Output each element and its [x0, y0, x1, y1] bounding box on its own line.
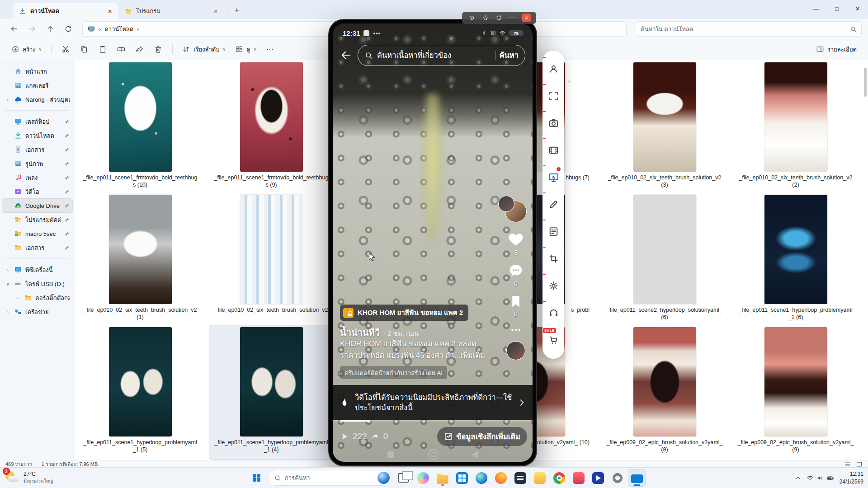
insights-tip-banner[interactable]: วิดีโอที่ได้รับความนิยมมีประสิทธิภาพที่ด… — [333, 385, 533, 420]
hidden-icons-chevron[interactable] — [794, 474, 802, 482]
creator-avatar[interactable] — [506, 341, 525, 360]
notes-icon[interactable] — [544, 218, 562, 245]
sidebar-item[interactable]: Google Drive (G:) — [2, 199, 72, 212]
sidebar-item[interactable]: เอกสาร — [2, 143, 72, 156]
back-arrow-icon[interactable] — [340, 49, 352, 61]
back-button[interactable] — [6, 22, 22, 36]
scrollbar[interactable] — [864, 68, 867, 97]
sidebar-item[interactable]: หน้าแรก — [2, 65, 72, 78]
sidebar-item[interactable]: เพลง — [2, 171, 72, 184]
thumbnail-view-icon[interactable] — [856, 461, 863, 468]
file-item[interactable]: _file_ep011_scene1_hyperloop_problemyaml… — [730, 193, 861, 325]
rotate-icon[interactable] — [495, 14, 503, 22]
volume-icon[interactable] — [816, 474, 824, 482]
copilot-icon[interactable] — [414, 469, 432, 487]
file-thumbnail[interactable] — [240, 327, 303, 436]
breadcrumb-item[interactable]: ดาวน์โหลด — [104, 24, 133, 34]
app-tile-icon[interactable] — [531, 469, 548, 487]
chevron-icon[interactable]: › — [5, 97, 11, 102]
file-thumbnail[interactable] — [109, 195, 172, 304]
sidebar-item[interactable]: เดสก์ท็อป — [2, 115, 72, 128]
delete-button[interactable] — [150, 42, 167, 57]
file-item[interactable]: _file_ep010_02_six_teeth_brush_solution_… — [75, 193, 206, 325]
list-view-icon[interactable] — [844, 461, 851, 468]
taskbar-clock[interactable]: 12:31 24/1/2569 — [840, 470, 863, 485]
like-icon[interactable] — [507, 230, 524, 248]
explorer-tab[interactable]: โปรแกรม × — [118, 3, 224, 19]
chevron-icon[interactable]: › — [15, 296, 21, 300]
file-item[interactable]: _file_ep009_02_epic_brush_solution_v2yam… — [730, 325, 861, 458]
task-view-icon[interactable] — [395, 469, 412, 487]
file-item[interactable]: _file_ep011_scene1_frmtovdo_bold_teethbu… — [206, 61, 337, 193]
search-input[interactable]: ค้นหาใน ดาวน์โหลด — [636, 21, 862, 37]
minimize-icon[interactable] — [509, 14, 517, 22]
close-button[interactable]: ✕ — [847, 0, 868, 17]
file-thumbnail[interactable] — [633, 62, 696, 172]
tab-close-icon[interactable]: × — [211, 6, 221, 16]
media-app-icon[interactable] — [589, 469, 607, 487]
forward-button[interactable] — [24, 22, 40, 36]
chrome-icon[interactable] — [550, 469, 568, 487]
share-button[interactable] — [131, 42, 148, 57]
video-description[interactable]: KHOR HOM ยาสีฟัน ขอหอม แพค 2 หลอด ราคาปร… — [340, 338, 489, 361]
explorer-tab[interactable]: ดาวน์โหลด × — [13, 3, 118, 19]
favorite-icon[interactable] — [481, 14, 489, 22]
settings-icon[interactable] — [544, 272, 562, 299]
profile-avatar[interactable] — [544, 55, 562, 82]
cut-button[interactable] — [57, 42, 74, 57]
browser-icon[interactable] — [492, 469, 509, 487]
start-button[interactable] — [248, 469, 265, 487]
screen-record-icon[interactable] — [544, 136, 562, 164]
sidebar-item[interactable]: › Narong - ส่วนบุคคล — [2, 93, 72, 106]
screen-mirror-icon[interactable] — [544, 164, 562, 191]
fullscreen-icon[interactable] — [544, 82, 562, 109]
battery-icon[interactable] — [826, 474, 835, 482]
home-button[interactable] — [428, 449, 439, 460]
phone-mirror-window[interactable]: 12:31 ••• 79 ค้นหาเนื้อหาที่เกี่ยวข้อง ค… — [329, 20, 536, 465]
shop-icon[interactable]: SALE — [544, 326, 562, 353]
avatar[interactable] — [505, 201, 527, 222]
store-icon[interactable] — [453, 469, 471, 487]
screenshot-icon[interactable] — [544, 109, 562, 136]
file-item[interactable]: _file_ep011_scene2_hyperloop_solutionyam… — [599, 193, 730, 325]
sidebar-item[interactable]: ดาวน์โหลด — [2, 129, 72, 142]
chevron-icon[interactable]: ∨ — [5, 282, 11, 286]
audio-icon[interactable] — [544, 299, 562, 326]
sidebar-item[interactable]: รูปภาพ — [2, 157, 72, 170]
file-thumbnail[interactable] — [764, 195, 827, 304]
bookmark-icon[interactable] — [508, 294, 524, 309]
taskbar-weather-widget[interactable]: 2 27°C มีเมฆส่วนใหญ่ — [5, 469, 53, 485]
search-submit-button[interactable]: ค้นหา — [500, 49, 519, 61]
sidebar-item[interactable]: macro 5sec — [2, 227, 72, 240]
new-tab-button[interactable]: + — [230, 4, 244, 17]
taskbar-search[interactable]: การค้นหา — [268, 470, 392, 486]
sidebar-item[interactable]: แกลเลอรี — [2, 79, 72, 92]
details-pane-button[interactable]: รายละเอียด — [812, 42, 861, 57]
copy-button[interactable] — [75, 42, 93, 57]
selection-icon[interactable] — [544, 245, 562, 272]
chevron-icon[interactable]: › — [5, 267, 11, 272]
sidebar-item[interactable]: โปรแกรมตัดต่อ — [2, 213, 72, 226]
insights-button[interactable]: ข้อมูลเชิงลึกเพิ่มเติม — [437, 427, 527, 446]
phone-search-input[interactable]: ค้นหาเนื้อหาที่เกี่ยวข้อง ค้นหา — [358, 45, 525, 66]
stylus-icon[interactable] — [544, 191, 562, 218]
sidebar-item[interactable]: › พีซีเครื่องนี้ — [2, 263, 72, 277]
file-thumbnail[interactable] — [240, 195, 303, 304]
sidebar-item[interactable]: › เครือข่าย — [2, 305, 72, 319]
file-thumbnail[interactable] — [764, 62, 827, 172]
video-progress-bar[interactable] — [333, 420, 533, 422]
screen-mirror-app-icon[interactable] — [628, 469, 646, 487]
file-item[interactable]: _file_ep010_02_six_teeth_brush_solution_… — [206, 193, 337, 325]
file-explorer-icon[interactable] — [434, 469, 451, 487]
comment-icon[interactable] — [508, 263, 524, 279]
sort-button[interactable]: เรียงลำดับ ∨ — [178, 42, 230, 57]
minimize-button[interactable]: — — [806, 0, 826, 17]
paste-button[interactable] — [94, 42, 111, 57]
file-thumbnail[interactable] — [633, 327, 696, 436]
app-tile-icon[interactable] — [570, 469, 587, 487]
maximize-button[interactable]: □ — [826, 0, 847, 17]
chevron-icon[interactable]: › — [5, 310, 11, 314]
file-item[interactable]: _file_ep011_scene1_hyperloop_problemyaml… — [75, 325, 206, 458]
record-icon[interactable] — [467, 14, 476, 22]
file-item[interactable]: _file_ep011_scene1_hyperloop_problemyaml… — [206, 325, 337, 458]
